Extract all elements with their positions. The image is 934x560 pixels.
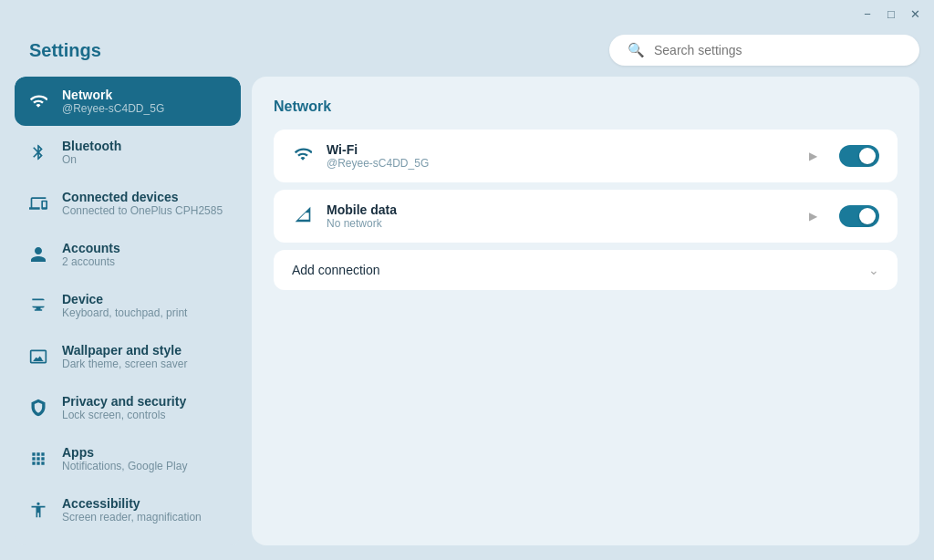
mobile-arrow-icon: ▶	[809, 210, 817, 223]
sidebar-devices-label: Connected devices	[62, 190, 223, 204]
account-icon	[27, 244, 49, 265]
sidebar-devices-sublabel: Connected to OnePlus CPH2585	[62, 204, 223, 217]
main-content: Network Wi-Fi @Reyee-sC4DD_5G ▶ Mobile d…	[252, 77, 919, 545]
accessibility-icon	[27, 499, 49, 521]
sidebar-item-connected-devices[interactable]: Connected devices Connected to OnePlus C…	[15, 179, 241, 228]
title-bar: − □ ✕	[0, 0, 934, 27]
bluetooth-icon	[27, 141, 49, 163]
content-title: Network	[274, 99, 898, 115]
sidebar-item-accounts[interactable]: Accounts 2 accounts	[15, 230, 241, 279]
sidebar-accessibility-sublabel: Screen reader, magnification	[62, 511, 202, 524]
sidebar-accounts-sublabel: 2 accounts	[62, 255, 120, 268]
add-connection-row[interactable]: Add connection ⌄	[274, 250, 898, 290]
add-connection-chevron: ⌄	[868, 263, 879, 277]
wifi-icon	[27, 90, 49, 112]
minimize-button[interactable]: −	[859, 5, 876, 22]
app-title: Settings	[15, 40, 101, 61]
wifi-network-icon	[292, 145, 314, 168]
sidebar-wallpaper-sublabel: Dark theme, screen saver	[62, 358, 187, 370]
search-icon: 🔍	[628, 42, 645, 58]
devices-icon	[27, 192, 49, 214]
app-container: Network @Reyee-sC4DD_5G Bluetooth On Con…	[0, 77, 934, 560]
close-button[interactable]: ✕	[907, 5, 923, 22]
apps-icon	[27, 448, 49, 470]
sidebar-device-text: Device Keyboard, touchpad, print	[62, 292, 187, 319]
sidebar-network-sublabel: @Reyee-sC4DD_5G	[62, 102, 164, 115]
mobile-network-sub: No network	[327, 217, 796, 230]
search-bar[interactable]: 🔍	[609, 35, 919, 66]
wifi-toggle[interactable]	[839, 145, 879, 167]
sidebar-privacy-sublabel: Lock screen, controls	[62, 409, 186, 421]
mobile-toggle[interactable]	[839, 205, 879, 227]
sidebar-network-label: Network	[62, 88, 164, 102]
sidebar-accounts-label: Accounts	[62, 241, 120, 255]
sidebar-accessibility-label: Accessibility	[62, 496, 202, 511]
sidebar-privacy-text: Privacy and security Lock screen, contro…	[62, 394, 186, 421]
sidebar-accessibility-text: Accessibility Screen reader, magnificati…	[62, 496, 202, 524]
wifi-arrow-icon: ▶	[809, 150, 817, 162]
privacy-icon	[27, 397, 49, 419]
wifi-network-card[interactable]: Wi-Fi @Reyee-sC4DD_5G ▶	[274, 130, 898, 182]
mobile-network-icon	[292, 205, 314, 228]
sidebar-device-label: Device	[62, 292, 187, 306]
sidebar-item-accessibility[interactable]: Accessibility Screen reader, magnificati…	[15, 485, 241, 534]
wifi-network-sub: @Reyee-sC4DD_5G	[327, 157, 796, 170]
device-icon	[27, 295, 49, 316]
mobile-network-info: Mobile data No network	[327, 202, 796, 230]
sidebar-item-network[interactable]: Network @Reyee-sC4DD_5G	[15, 77, 241, 126]
sidebar-network-text: Network @Reyee-sC4DD_5G	[62, 88, 164, 115]
add-connection-label: Add connection	[292, 263, 380, 277]
sidebar-bluetooth-sublabel: On	[62, 153, 121, 166]
sidebar-apps-sublabel: Notifications, Google Play	[62, 460, 187, 472]
sidebar-accounts-text: Accounts 2 accounts	[62, 241, 120, 268]
sidebar-device-sublabel: Keyboard, touchpad, print	[62, 306, 187, 319]
sidebar-item-privacy[interactable]: Privacy and security Lock screen, contro…	[15, 383, 241, 432]
sidebar-item-wallpaper[interactable]: Wallpaper and style Dark theme, screen s…	[15, 332, 241, 381]
maximize-button[interactable]: □	[883, 5, 899, 22]
sidebar-apps-label: Apps	[62, 445, 187, 460]
sidebar-wallpaper-text: Wallpaper and style Dark theme, screen s…	[62, 343, 187, 370]
sidebar-item-device[interactable]: Device Keyboard, touchpad, print	[15, 281, 241, 330]
search-input[interactable]	[654, 43, 901, 57]
header: Settings 🔍	[0, 27, 934, 77]
sidebar-bluetooth-text: Bluetooth On	[62, 139, 121, 166]
wifi-network-info: Wi-Fi @Reyee-sC4DD_5G	[327, 142, 796, 170]
sidebar-wallpaper-label: Wallpaper and style	[62, 343, 187, 358]
mobile-network-name: Mobile data	[327, 202, 796, 217]
sidebar-devices-text: Connected devices Connected to OnePlus C…	[62, 190, 223, 217]
wifi-network-name: Wi-Fi	[327, 142, 796, 157]
sidebar-item-bluetooth[interactable]: Bluetooth On	[15, 128, 241, 177]
sidebar: Network @Reyee-sC4DD_5G Bluetooth On Con…	[15, 77, 241, 545]
sidebar-item-apps[interactable]: Apps Notifications, Google Play	[15, 434, 241, 483]
mobile-network-card[interactable]: Mobile data No network ▶	[274, 190, 898, 243]
wallpaper-icon	[27, 346, 49, 368]
sidebar-bluetooth-label: Bluetooth	[62, 139, 121, 153]
sidebar-privacy-label: Privacy and security	[62, 394, 186, 409]
sidebar-apps-text: Apps Notifications, Google Play	[62, 445, 187, 472]
